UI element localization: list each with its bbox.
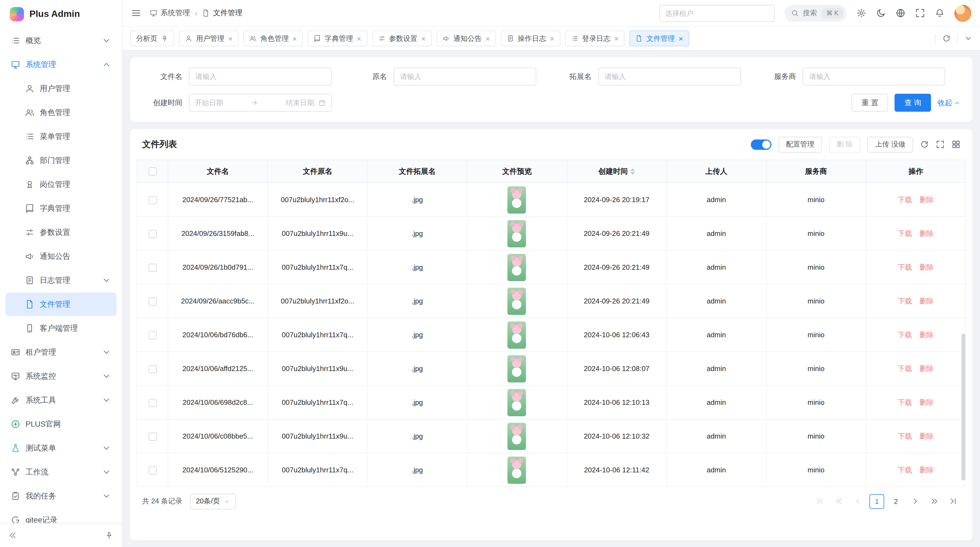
sort-icon[interactable] <box>630 168 635 175</box>
delete-link[interactable]: 删除 <box>920 432 934 440</box>
delete-link[interactable]: 删除 <box>920 195 934 204</box>
tab-op-logs[interactable]: 操作日志 × <box>501 30 560 46</box>
global-search[interactable]: 搜索 ⌘ K <box>784 5 846 22</box>
delete-button[interactable]: 删 除 <box>829 137 861 152</box>
sidebar-item-my-tasks[interactable]: 我的任务 <box>5 484 116 508</box>
pin-sidebar-icon[interactable] <box>105 531 113 539</box>
refresh-icon[interactable] <box>920 140 929 149</box>
sidebar-item-dept-mgmt[interactable]: 部门管理 <box>5 149 116 172</box>
delete-link[interactable]: 删除 <box>920 297 934 305</box>
pin-icon[interactable] <box>161 35 168 42</box>
close-icon[interactable]: × <box>228 35 232 42</box>
file-preview-thumbnail[interactable] <box>508 287 526 315</box>
download-link[interactable]: 下载 <box>898 263 912 271</box>
download-link[interactable]: 下载 <box>898 364 912 372</box>
tab-dict-mgmt[interactable]: 字典管理 × <box>308 30 367 46</box>
user-avatar[interactable] <box>955 5 971 22</box>
sidebar-item-param-settings[interactable]: 参数设置 <box>5 221 116 244</box>
download-link[interactable]: 下载 <box>898 297 912 305</box>
close-icon[interactable]: × <box>293 35 297 42</box>
delete-link[interactable]: 删除 <box>920 398 934 406</box>
sidebar-item-plus-site[interactable]: PLUS官网 <box>5 412 116 436</box>
delete-link[interactable]: 删除 <box>920 229 934 237</box>
fullscreen-icon[interactable] <box>915 8 925 18</box>
sidebar-item-menu-mgmt[interactable]: 菜单管理 <box>5 125 116 148</box>
tab-role-mgmt[interactable]: 角色管理 × <box>243 30 303 46</box>
sidebar-item-overview[interactable]: 概览 <box>5 29 116 52</box>
dark-mode-moon-icon[interactable] <box>876 8 886 18</box>
row-checkbox[interactable] <box>148 331 156 339</box>
collapse-sidebar-icon[interactable] <box>9 531 17 539</box>
delete-link[interactable]: 删除 <box>920 364 934 372</box>
file-preview-thumbnail[interactable] <box>508 186 526 213</box>
page-number-1[interactable]: 1 <box>869 494 884 509</box>
file-preview-thumbnail[interactable] <box>508 423 526 450</box>
sidebar-item-post-mgmt[interactable]: 岗位管理 <box>5 173 116 196</box>
page-number-2[interactable]: 2 <box>889 494 903 509</box>
hamburger-menu-icon[interactable] <box>131 8 141 18</box>
file-preview-thumbnail[interactable] <box>508 254 526 281</box>
language-translate-icon[interactable] <box>896 8 905 18</box>
tab-user-mgmt[interactable]: 用户管理 × <box>179 30 239 46</box>
column-settings-grid-icon[interactable] <box>952 140 960 149</box>
file-preview-thumbnail[interactable] <box>508 321 526 348</box>
sidebar-item-file-mgmt[interactable]: 文件管理 <box>5 293 116 316</box>
search-panel-toggle[interactable] <box>751 139 772 150</box>
sidebar-item-dict-mgmt[interactable]: 字典管理 <box>5 197 116 220</box>
tab-notice[interactable]: 通知公告 × <box>437 30 496 46</box>
sidebar-item-user-mgmt[interactable]: 用户管理 <box>5 77 116 100</box>
close-icon[interactable]: × <box>486 35 490 42</box>
file-preview-thumbnail[interactable] <box>508 355 526 382</box>
close-icon[interactable]: × <box>550 35 554 42</box>
row-checkbox[interactable] <box>148 399 156 407</box>
tab-analytics[interactable]: 分析页 <box>130 30 174 46</box>
file-preview-thumbnail[interactable] <box>508 456 526 483</box>
file-name-input[interactable] <box>189 67 332 86</box>
file-preview-thumbnail[interactable] <box>508 389 526 416</box>
sidebar-item-log-mgmt[interactable]: 日志管理 <box>5 269 116 292</box>
download-link[interactable]: 下载 <box>898 432 912 440</box>
fullscreen-icon[interactable] <box>936 140 945 149</box>
sidebar-item-system[interactable]: 系统管理 <box>5 53 116 76</box>
breadcrumb-item-files[interactable]: 文件管理 <box>202 8 243 18</box>
last-page-button[interactable] <box>946 494 960 509</box>
select-all-checkbox[interactable] <box>148 167 156 176</box>
page-size-select[interactable]: 20条/页 <box>190 493 235 509</box>
row-checkbox[interactable] <box>148 365 156 373</box>
close-icon[interactable]: × <box>421 35 425 42</box>
next-page-button[interactable] <box>908 494 922 509</box>
vertical-scrollbar-thumb[interactable] <box>961 333 965 480</box>
row-checkbox[interactable] <box>148 230 156 238</box>
row-checkbox[interactable] <box>148 432 156 440</box>
extension-input[interactable] <box>598 67 741 86</box>
download-link[interactable]: 下载 <box>898 398 912 406</box>
jump-forward-button[interactable] <box>927 494 941 509</box>
config-mgmt-button[interactable]: 配置管理 <box>778 137 822 152</box>
download-link[interactable]: 下载 <box>898 229 912 237</box>
row-checkbox[interactable] <box>148 196 156 204</box>
delete-link[interactable]: 删除 <box>920 330 934 339</box>
sidebar-item-monitoring[interactable]: 系统监控 <box>5 365 116 388</box>
tab-file-mgmt[interactable]: 文件管理 × <box>630 30 689 46</box>
col-create-time[interactable]: 创建时间 <box>567 160 667 183</box>
collapse-filters-link[interactable]: 收起 <box>937 98 960 108</box>
original-name-input[interactable] <box>394 67 536 86</box>
refresh-icon[interactable] <box>942 34 951 43</box>
download-link[interactable]: 下载 <box>898 195 912 204</box>
file-preview-thumbnail[interactable] <box>508 220 526 247</box>
row-checkbox[interactable] <box>148 263 156 271</box>
row-checkbox[interactable] <box>148 466 156 474</box>
prev-page-button[interactable] <box>850 494 865 509</box>
upload-button[interactable]: 上传 没做 <box>867 137 913 152</box>
reset-button[interactable]: 重 置 <box>852 94 888 112</box>
close-icon[interactable]: × <box>357 35 361 42</box>
app-logo[interactable]: Plus Admin <box>0 0 122 28</box>
close-icon[interactable]: × <box>614 35 619 42</box>
tab-param-settings[interactable]: 参数设置 × <box>372 30 431 46</box>
delete-link[interactable]: 删除 <box>920 466 934 474</box>
sidebar-item-workflow[interactable]: 工作流 <box>5 460 116 484</box>
delete-link[interactable]: 删除 <box>920 263 934 271</box>
sidebar-item-test-menu[interactable]: 测试菜单 <box>5 436 116 460</box>
sidebar-item-tenant-mgmt[interactable]: 租户管理 <box>5 341 116 364</box>
first-page-button[interactable] <box>812 494 827 509</box>
